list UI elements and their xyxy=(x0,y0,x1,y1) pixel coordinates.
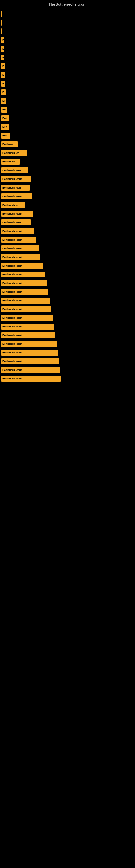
bar-row: H xyxy=(1,54,135,61)
bar-row: Bott xyxy=(1,123,135,131)
bar-label: Bottleneck result xyxy=(2,290,22,293)
bar-row: Bottleneck result xyxy=(1,314,135,322)
bar-row: Bottleneck result xyxy=(1,193,135,200)
bar-row: Bo xyxy=(1,106,135,113)
bar-label: Bottleneck xyxy=(2,160,15,163)
bar-item: B xyxy=(1,72,5,78)
bar-row: Bottleneck res xyxy=(1,149,135,157)
bar-item: Bottleneck result xyxy=(1,246,39,251)
bar-row: B xyxy=(1,62,135,70)
bar-row: B xyxy=(1,71,135,79)
bar-label: H xyxy=(2,56,4,59)
bar-label: Bottleneck result xyxy=(2,239,22,241)
bar-label: E xyxy=(2,39,3,41)
bar-label: Bottleneck result xyxy=(2,369,22,371)
bar-item: Bottleneck resu xyxy=(1,167,28,173)
bar-item: Bottleneck result xyxy=(1,280,47,286)
bar-label: Bottlenec xyxy=(2,143,13,146)
bar-row: Bottleneck result xyxy=(1,349,135,356)
bar-row: Bott xyxy=(1,132,135,140)
bar-row: Bottleneck result xyxy=(1,297,135,304)
bar-row: E xyxy=(1,45,135,53)
bar-label: Bottleneck resu xyxy=(2,186,21,189)
bar-item: Bottleneck result xyxy=(1,211,33,217)
bar-label: B xyxy=(2,91,4,94)
bar-item: Bottleneck result xyxy=(1,254,41,260)
bar-item: Bottleneck result xyxy=(1,323,54,330)
bar-label: Bottleneck result xyxy=(2,325,22,328)
bar-label: Bottleneck result xyxy=(2,308,22,311)
bar-item: Bottleneck result xyxy=(1,228,34,234)
bars-container: EEHBBBBBoBoBottBottBottBottlenecBottlene… xyxy=(0,8,135,386)
bar-label: Bottleneck re xyxy=(2,204,18,207)
bar-item: Bo xyxy=(1,106,7,113)
bar-row: Bottleneck result xyxy=(1,305,135,313)
bar-row: B xyxy=(1,88,135,96)
bar-item: Bottlenec xyxy=(1,141,17,147)
bar-label: Bott xyxy=(2,134,7,137)
bar-item: Bottleneck result xyxy=(1,367,60,373)
bar-row: Bottleneck result xyxy=(1,227,135,235)
bar-row xyxy=(1,19,135,27)
bar-row: Bottleneck result xyxy=(1,358,135,365)
bar-label: B xyxy=(2,73,4,76)
bar-item: B xyxy=(1,89,6,95)
bar-row: Bottleneck result xyxy=(1,253,135,261)
bar-label: Bottleneck result xyxy=(2,282,22,284)
bar-item xyxy=(1,29,2,34)
bar-item: Bottleneck result xyxy=(1,176,31,182)
bar-item: Bottleneck resu xyxy=(1,185,30,191)
bar-row xyxy=(1,10,135,18)
bar-item: Bottleneck result xyxy=(1,358,59,364)
bar-label: Bottleneck result xyxy=(2,256,22,258)
bar-item: Bottleneck res xyxy=(1,150,27,156)
bar-item: E xyxy=(1,46,3,52)
bar-row: Bottlenec xyxy=(1,141,135,148)
bar-item: B xyxy=(1,63,5,69)
bar-row: Bottleneck result xyxy=(1,262,135,270)
bar-label: Bottleneck result xyxy=(2,343,22,345)
bar-row: Bottleneck result xyxy=(1,271,135,278)
site-title: TheBottlenecker.com xyxy=(0,0,135,8)
bar-label: Bott xyxy=(2,126,7,128)
bar-label: E xyxy=(2,48,3,50)
bar-row: Bottleneck result xyxy=(1,375,135,382)
bar-label: Bottleneck resu xyxy=(2,221,21,224)
bar-label: Bo xyxy=(2,108,6,111)
bar-row: Bottleneck result xyxy=(1,366,135,374)
bar-label: Bottleneck result xyxy=(2,265,22,267)
bar-label: Bottleneck result xyxy=(2,247,22,250)
bar-item: Bottleneck result xyxy=(1,263,43,269)
bar-row: Bottleneck result xyxy=(1,236,135,244)
bar-item: Bottleneck resu xyxy=(1,219,31,225)
bar-item: Bottleneck result xyxy=(1,237,36,243)
bar-item: Bo xyxy=(1,98,6,104)
bar-label: Bottleneck res xyxy=(2,152,19,154)
bar-row: Bo xyxy=(1,97,135,105)
bar-row: Bottleneck xyxy=(1,158,135,165)
bar-item: Bottleneck result xyxy=(1,341,57,347)
bar-item: Bottleneck result xyxy=(1,193,32,199)
bar-item: Bott xyxy=(1,124,9,130)
bar-item xyxy=(1,11,2,17)
bar-item: Bottleneck xyxy=(1,159,20,165)
bar-label: Bott xyxy=(2,117,7,120)
bar-label: Bottleneck result xyxy=(2,230,22,232)
bar-item: Bottleneck result xyxy=(1,350,58,355)
bar-item: Bottleneck result xyxy=(1,315,53,321)
bar-row: Bottleneck resu xyxy=(1,166,135,174)
bar-row: B xyxy=(1,80,135,87)
bar-item xyxy=(1,20,2,26)
bar-label: Bottleneck result xyxy=(2,360,22,363)
bar-row: Bottleneck result xyxy=(1,288,135,296)
bar-label: Bottleneck result xyxy=(2,178,22,180)
bar-label: Bottleneck result xyxy=(2,299,22,302)
bar-label: Bottleneck result xyxy=(2,316,22,319)
bar-item: H xyxy=(1,55,4,61)
bar-item: Bott xyxy=(1,115,9,121)
bar-item: Bottleneck result xyxy=(1,376,61,382)
bar-row: Bottleneck re xyxy=(1,201,135,209)
bar-row: Bottleneck result xyxy=(1,323,135,330)
bar-item: E xyxy=(1,37,3,43)
bar-row: Bottleneck resu xyxy=(1,219,135,226)
